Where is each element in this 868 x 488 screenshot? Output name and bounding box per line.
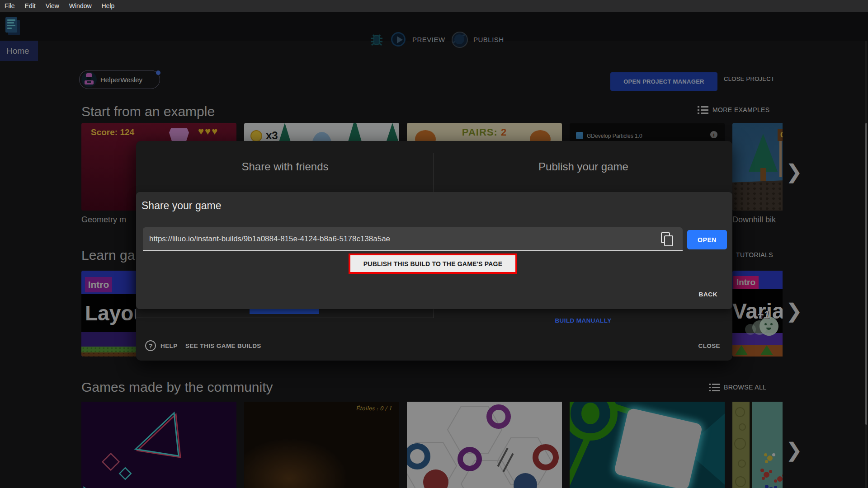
help-icon[interactable]: ?: [145, 340, 156, 351]
gdevelop-window: PREVIEW PUBLISH Home HelperWesley: [0, 0, 868, 488]
see-game-builds-link[interactable]: SEE THIS GAME BUILDS: [185, 343, 261, 349]
section-divider: [434, 153, 434, 192]
menu-file[interactable]: File: [5, 2, 15, 9]
back-button[interactable]: BACK: [699, 291, 717, 298]
menu-window[interactable]: Window: [69, 2, 92, 9]
build-manually-link[interactable]: BUILD MANUALLY: [434, 317, 732, 324]
generate-link-button-partial[interactable]: [250, 309, 319, 314]
share-your-game-panel: Share your game https://liluo.io/instant…: [136, 192, 732, 309]
menu-view[interactable]: View: [46, 2, 59, 9]
publish-build-button[interactable]: PUBLISH THIS BUILD TO THE GAME'S PAGE: [363, 260, 502, 267]
close-dialog-button[interactable]: CLOSE: [698, 343, 720, 349]
highlight-red-box: PUBLISH THIS BUILD TO THE GAME'S PAGE: [349, 253, 517, 274]
help-link[interactable]: HELP: [160, 343, 178, 349]
copy-icon[interactable]: [660, 232, 675, 247]
section-share-with-friends: Share with friends: [136, 141, 434, 192]
menu-edit[interactable]: Edit: [25, 2, 36, 9]
build-url-value: https://liluo.io/instant-builds/9b1a0884…: [149, 235, 390, 244]
open-build-button[interactable]: OPEN: [687, 230, 727, 249]
menu-help[interactable]: Help: [102, 2, 115, 9]
section-publish-your-game: Publish your game: [434, 141, 732, 192]
divider: [136, 318, 434, 318]
menu-bar: File Edit View Window Help: [0, 0, 868, 12]
divider: [434, 309, 434, 318]
panel-title: Share your game: [142, 200, 221, 212]
build-url-field[interactable]: https://liluo.io/instant-builds/9b1a0884…: [143, 227, 683, 251]
